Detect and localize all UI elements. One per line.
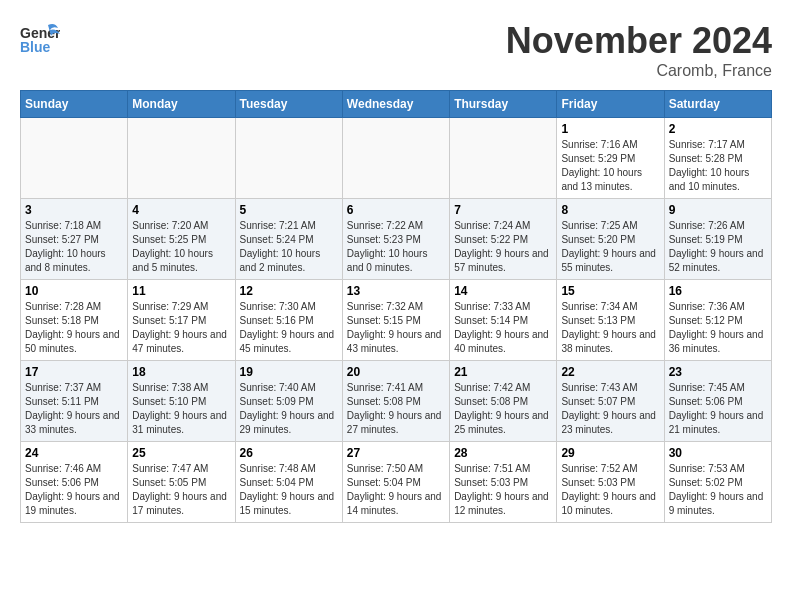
day-number: 26 (240, 446, 338, 460)
logo: General Blue (20, 20, 60, 64)
calendar-week-row: 3Sunrise: 7:18 AM Sunset: 5:27 PM Daylig… (21, 199, 772, 280)
day-info: Sunrise: 7:21 AM Sunset: 5:24 PM Dayligh… (240, 219, 338, 275)
day-number: 16 (669, 284, 767, 298)
weekday-header: Sunday (21, 91, 128, 118)
day-info: Sunrise: 7:51 AM Sunset: 5:03 PM Dayligh… (454, 462, 552, 518)
day-number: 9 (669, 203, 767, 217)
day-number: 6 (347, 203, 445, 217)
day-number: 27 (347, 446, 445, 460)
location: Caromb, France (506, 62, 772, 80)
day-number: 29 (561, 446, 659, 460)
day-info: Sunrise: 7:52 AM Sunset: 5:03 PM Dayligh… (561, 462, 659, 518)
day-number: 22 (561, 365, 659, 379)
day-number: 21 (454, 365, 552, 379)
day-info: Sunrise: 7:22 AM Sunset: 5:23 PM Dayligh… (347, 219, 445, 275)
day-info: Sunrise: 7:53 AM Sunset: 5:02 PM Dayligh… (669, 462, 767, 518)
day-info: Sunrise: 7:38 AM Sunset: 5:10 PM Dayligh… (132, 381, 230, 437)
title-block: November 2024 Caromb, France (506, 20, 772, 80)
calendar-cell: 10Sunrise: 7:28 AM Sunset: 5:18 PM Dayli… (21, 280, 128, 361)
calendar-cell: 2Sunrise: 7:17 AM Sunset: 5:28 PM Daylig… (664, 118, 771, 199)
day-info: Sunrise: 7:43 AM Sunset: 5:07 PM Dayligh… (561, 381, 659, 437)
calendar-cell: 13Sunrise: 7:32 AM Sunset: 5:15 PM Dayli… (342, 280, 449, 361)
day-number: 30 (669, 446, 767, 460)
calendar-cell: 26Sunrise: 7:48 AM Sunset: 5:04 PM Dayli… (235, 442, 342, 523)
day-number: 1 (561, 122, 659, 136)
calendar-cell: 28Sunrise: 7:51 AM Sunset: 5:03 PM Dayli… (450, 442, 557, 523)
day-number: 10 (25, 284, 123, 298)
calendar-cell: 17Sunrise: 7:37 AM Sunset: 5:11 PM Dayli… (21, 361, 128, 442)
day-number: 17 (25, 365, 123, 379)
calendar-cell: 20Sunrise: 7:41 AM Sunset: 5:08 PM Dayli… (342, 361, 449, 442)
calendar-cell: 6Sunrise: 7:22 AM Sunset: 5:23 PM Daylig… (342, 199, 449, 280)
day-number: 12 (240, 284, 338, 298)
calendar-cell: 5Sunrise: 7:21 AM Sunset: 5:24 PM Daylig… (235, 199, 342, 280)
day-number: 25 (132, 446, 230, 460)
calendar-cell (21, 118, 128, 199)
month-title: November 2024 (506, 20, 772, 62)
day-number: 28 (454, 446, 552, 460)
day-info: Sunrise: 7:18 AM Sunset: 5:27 PM Dayligh… (25, 219, 123, 275)
day-number: 4 (132, 203, 230, 217)
weekday-header: Monday (128, 91, 235, 118)
day-info: Sunrise: 7:48 AM Sunset: 5:04 PM Dayligh… (240, 462, 338, 518)
calendar-cell: 27Sunrise: 7:50 AM Sunset: 5:04 PM Dayli… (342, 442, 449, 523)
calendar-cell: 24Sunrise: 7:46 AM Sunset: 5:06 PM Dayli… (21, 442, 128, 523)
calendar-cell: 8Sunrise: 7:25 AM Sunset: 5:20 PM Daylig… (557, 199, 664, 280)
day-number: 14 (454, 284, 552, 298)
day-number: 19 (240, 365, 338, 379)
weekday-header: Thursday (450, 91, 557, 118)
day-number: 23 (669, 365, 767, 379)
day-info: Sunrise: 7:37 AM Sunset: 5:11 PM Dayligh… (25, 381, 123, 437)
day-number: 18 (132, 365, 230, 379)
weekday-header: Saturday (664, 91, 771, 118)
calendar-week-row: 1Sunrise: 7:16 AM Sunset: 5:29 PM Daylig… (21, 118, 772, 199)
calendar-cell: 15Sunrise: 7:34 AM Sunset: 5:13 PM Dayli… (557, 280, 664, 361)
day-number: 2 (669, 122, 767, 136)
calendar-cell: 23Sunrise: 7:45 AM Sunset: 5:06 PM Dayli… (664, 361, 771, 442)
day-info: Sunrise: 7:34 AM Sunset: 5:13 PM Dayligh… (561, 300, 659, 356)
day-info: Sunrise: 7:24 AM Sunset: 5:22 PM Dayligh… (454, 219, 552, 275)
day-info: Sunrise: 7:32 AM Sunset: 5:15 PM Dayligh… (347, 300, 445, 356)
svg-text:Blue: Blue (20, 39, 51, 55)
weekday-header: Friday (557, 91, 664, 118)
day-info: Sunrise: 7:30 AM Sunset: 5:16 PM Dayligh… (240, 300, 338, 356)
day-info: Sunrise: 7:47 AM Sunset: 5:05 PM Dayligh… (132, 462, 230, 518)
day-info: Sunrise: 7:33 AM Sunset: 5:14 PM Dayligh… (454, 300, 552, 356)
calendar-cell: 14Sunrise: 7:33 AM Sunset: 5:14 PM Dayli… (450, 280, 557, 361)
calendar-week-row: 10Sunrise: 7:28 AM Sunset: 5:18 PM Dayli… (21, 280, 772, 361)
calendar-cell: 4Sunrise: 7:20 AM Sunset: 5:25 PM Daylig… (128, 199, 235, 280)
day-number: 20 (347, 365, 445, 379)
calendar-cell: 1Sunrise: 7:16 AM Sunset: 5:29 PM Daylig… (557, 118, 664, 199)
calendar-cell: 9Sunrise: 7:26 AM Sunset: 5:19 PM Daylig… (664, 199, 771, 280)
day-info: Sunrise: 7:26 AM Sunset: 5:19 PM Dayligh… (669, 219, 767, 275)
day-number: 13 (347, 284, 445, 298)
day-info: Sunrise: 7:16 AM Sunset: 5:29 PM Dayligh… (561, 138, 659, 194)
day-number: 11 (132, 284, 230, 298)
calendar-cell: 11Sunrise: 7:29 AM Sunset: 5:17 PM Dayli… (128, 280, 235, 361)
day-number: 3 (25, 203, 123, 217)
day-info: Sunrise: 7:28 AM Sunset: 5:18 PM Dayligh… (25, 300, 123, 356)
day-info: Sunrise: 7:42 AM Sunset: 5:08 PM Dayligh… (454, 381, 552, 437)
day-number: 8 (561, 203, 659, 217)
day-number: 15 (561, 284, 659, 298)
calendar-cell: 3Sunrise: 7:18 AM Sunset: 5:27 PM Daylig… (21, 199, 128, 280)
calendar-cell: 30Sunrise: 7:53 AM Sunset: 5:02 PM Dayli… (664, 442, 771, 523)
calendar-cell: 16Sunrise: 7:36 AM Sunset: 5:12 PM Dayli… (664, 280, 771, 361)
day-number: 24 (25, 446, 123, 460)
calendar-cell: 21Sunrise: 7:42 AM Sunset: 5:08 PM Dayli… (450, 361, 557, 442)
calendar-table: SundayMondayTuesdayWednesdayThursdayFrid… (20, 90, 772, 523)
day-info: Sunrise: 7:41 AM Sunset: 5:08 PM Dayligh… (347, 381, 445, 437)
calendar-cell (235, 118, 342, 199)
logo-icon: General Blue (20, 20, 60, 64)
calendar-header-row: SundayMondayTuesdayWednesdayThursdayFrid… (21, 91, 772, 118)
calendar-cell: 19Sunrise: 7:40 AM Sunset: 5:09 PM Dayli… (235, 361, 342, 442)
day-info: Sunrise: 7:20 AM Sunset: 5:25 PM Dayligh… (132, 219, 230, 275)
calendar-cell: 18Sunrise: 7:38 AM Sunset: 5:10 PM Dayli… (128, 361, 235, 442)
day-info: Sunrise: 7:50 AM Sunset: 5:04 PM Dayligh… (347, 462, 445, 518)
calendar-cell: 7Sunrise: 7:24 AM Sunset: 5:22 PM Daylig… (450, 199, 557, 280)
calendar-cell: 12Sunrise: 7:30 AM Sunset: 5:16 PM Dayli… (235, 280, 342, 361)
weekday-header: Tuesday (235, 91, 342, 118)
day-info: Sunrise: 7:45 AM Sunset: 5:06 PM Dayligh… (669, 381, 767, 437)
calendar-cell: 25Sunrise: 7:47 AM Sunset: 5:05 PM Dayli… (128, 442, 235, 523)
calendar-week-row: 24Sunrise: 7:46 AM Sunset: 5:06 PM Dayli… (21, 442, 772, 523)
